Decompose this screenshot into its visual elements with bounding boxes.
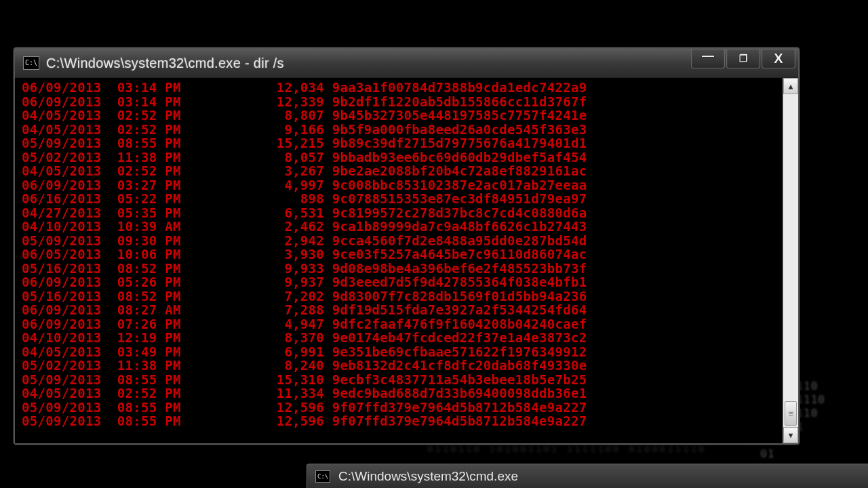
- terminal-line: 04/05/2013 02:52 PM 11,334 9edc9bad688d7…: [22, 386, 783, 401]
- terminal-line: 05/02/2013 11:38 PM 8,240 9eb8132d2c41cf…: [22, 359, 783, 373]
- terminal-line: 05/16/2013 08:52 PM 9,933 9d08e98be4a396…: [22, 262, 783, 276]
- close-icon: X: [774, 51, 783, 66]
- terminal-line: 04/05/2013 03:49 PM 6,991 9e351be69cfbaa…: [22, 345, 783, 359]
- terminal-line: 06/09/2013 05:26 PM 9,937 9d3eeed7d5f9d4…: [22, 275, 783, 289]
- terminal-line: 06/16/2013 05:22 PM 898 9c0788515353e87e…: [22, 192, 783, 206]
- scrollbar-thumb[interactable]: [785, 401, 797, 426]
- minimize-button[interactable]: —: [691, 49, 725, 68]
- cmd-taskbar-icon: C:\: [315, 470, 330, 483]
- terminal-line: 06/05/2013 10:06 PM 3,930 9ce03f5257a464…: [22, 247, 783, 262]
- client-area: 06/09/2013 03:14 PM 12,034 9aa3a1f00784d…: [15, 78, 798, 443]
- terminal-line: 05/09/2013 08:55 PM 15,310 9ecbf3c483771…: [22, 373, 783, 387]
- terminal-line: 06/09/2013 07:26 PM 4,947 9dfc2faaf476f9…: [22, 317, 783, 331]
- maximize-button[interactable]: ❐: [726, 49, 760, 68]
- scrollbar-track[interactable]: [783, 94, 798, 427]
- terminal-line: 06/09/2013 03:14 PM 12,034 9aa3a1f00784d…: [22, 81, 783, 95]
- taskbar-item-label: C:\Windows\system32\cmd.exe: [338, 469, 518, 484]
- terminal-line: 04/05/2013 02:52 PM 9,166 9b5f9a000fba8e…: [22, 123, 783, 137]
- maximize-icon: ❐: [739, 53, 748, 64]
- terminal-line: 06/09/2013 03:27 PM 4,997 9c008bbc853102…: [22, 178, 783, 192]
- terminal-line: 05/09/2013 08:55 PM 12,596 9f07ffd379e79…: [22, 401, 783, 415]
- titlebar[interactable]: C:\ C:\Windows\system32\cmd.exe - dir /s…: [15, 49, 798, 78]
- background-noise-bottom: 0110110 101001101 1111100 0100011110: [427, 443, 868, 454]
- taskbar-item-cmd[interactable]: C:\ C:\Windows\system32\cmd.exe: [307, 464, 868, 488]
- scroll-up-button[interactable]: ▲: [783, 78, 798, 94]
- terminal-line: 05/09/2013 08:55 PM 12,596 9f07ffd379e79…: [22, 414, 783, 428]
- scroll-down-button[interactable]: ▼: [783, 427, 798, 443]
- terminal-line: 06/09/2013 08:27 AM 7,288 9df19d515fda7e…: [22, 303, 783, 317]
- terminal-output[interactable]: 06/09/2013 03:14 PM 12,034 9aa3a1f00784d…: [15, 78, 783, 443]
- cmd-window: C:\ C:\Windows\system32\cmd.exe - dir /s…: [14, 47, 800, 445]
- terminal-line: 05/02/2013 11:38 PM 8,057 9bbadb93ee6bc6…: [22, 150, 783, 165]
- window-title: C:\Windows\system32\cmd.exe - dir /s: [46, 56, 284, 71]
- terminal-line: 05/09/2013 08:55 PM 15,215 9b89c39df2715…: [22, 136, 783, 150]
- terminal-line: 05/16/2013 08:52 PM 7,202 9d83007f7c828d…: [22, 289, 783, 304]
- terminal-line: 04/05/2013 02:52 PM 3,267 9be2ae2088bf20…: [22, 164, 783, 178]
- terminal-line: 04/05/2013 02:52 PM 8,807 9b45b327305e44…: [22, 108, 783, 123]
- terminal-line: 04/10/2013 10:39 AM 2,462 9ca1b89999da7c…: [22, 220, 783, 234]
- window-buttons: — ❐ X: [690, 49, 795, 68]
- minimize-icon: —: [702, 49, 714, 63]
- terminal-line: 05/09/2013 09:30 PM 2,942 9cca4560f7d2e8…: [22, 234, 783, 248]
- cmd-sysmenu-icon[interactable]: C:\: [23, 56, 39, 70]
- terminal-line: 06/09/2013 03:14 PM 12,339 9b2df1f1220ab…: [22, 95, 783, 109]
- close-button[interactable]: X: [762, 49, 795, 68]
- terminal-line: 04/10/2013 12:19 PM 8,370 9e0174eb47fcdc…: [22, 331, 783, 345]
- vertical-scrollbar[interactable]: ▲ ▼: [783, 78, 798, 443]
- terminal-line: 04/27/2013 05:35 PM 6,531 9c8199572c278d…: [22, 206, 783, 220]
